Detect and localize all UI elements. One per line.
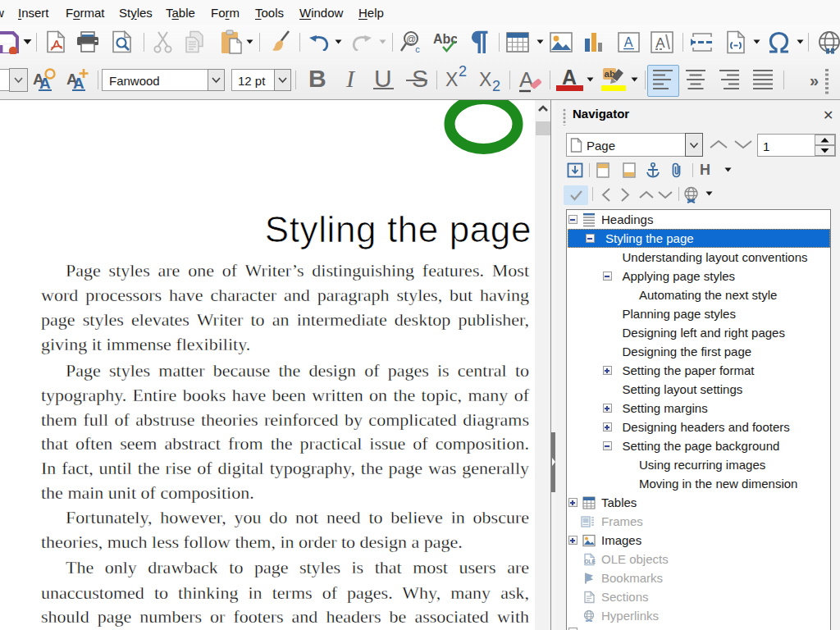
- svg-text:A: A: [624, 35, 633, 49]
- svg-text:A: A: [39, 75, 51, 91]
- svg-text:OLE: OLE: [584, 559, 596, 564]
- svg-text:A: A: [519, 67, 534, 92]
- svg-text:A: A: [655, 35, 665, 51]
- svg-text:c: c: [415, 44, 420, 54]
- svg-text:@: @: [406, 34, 416, 45]
